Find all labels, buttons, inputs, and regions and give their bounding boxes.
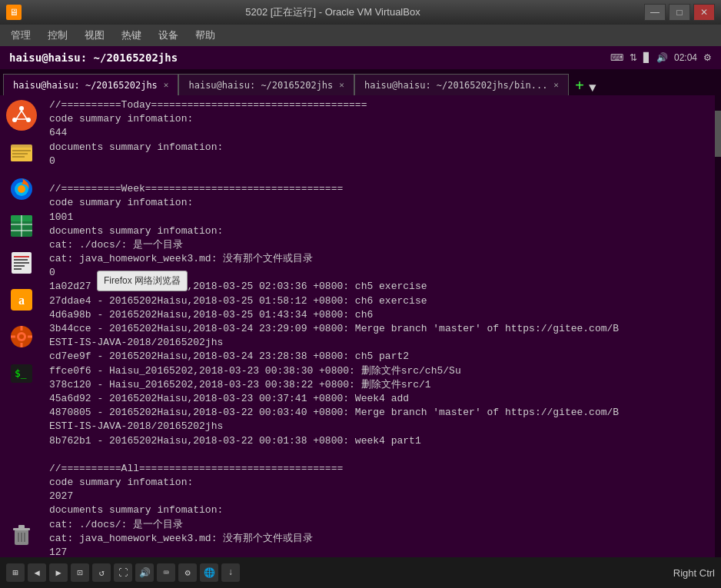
battery-icon: ▊: [643, 52, 650, 63]
status-icon-8: ⌨: [157, 563, 175, 582]
sidebar-icon-firefox[interactable]: [5, 172, 38, 206]
svg-rect-22: [14, 268, 22, 270]
status-icon-11: ↓: [221, 563, 240, 582]
top-status-icons: ⌨ ⇅ ▊ 🔊 02:04 ⚙: [610, 52, 712, 63]
status-icon-3: ▶: [49, 563, 68, 582]
tab-1-close[interactable]: ✕: [164, 80, 169, 90]
menu-manage[interactable]: 管理: [3, 25, 38, 45]
tab-3[interactable]: haisu@haisu: ~/20165202jhs/bin... ✕: [354, 74, 569, 95]
svg-rect-19: [14, 259, 28, 261]
svg-rect-20: [14, 262, 29, 264]
terminal-scrollbar[interactable]: [715, 95, 721, 557]
tab-1-label: haisu@haisu: ~/20165202jhs: [13, 80, 158, 91]
tab-2[interactable]: haisu@haisu: ~/20165202jhs ✕: [178, 74, 354, 95]
window-title: 5202 [正在运行] - Oracle VM VirtualBox: [28, 5, 638, 19]
menu-control[interactable]: 控制: [40, 25, 75, 45]
svg-rect-7: [12, 153, 28, 154]
sidebar-icon-ubuntu[interactable]: [5, 98, 38, 132]
status-icon-4: ⊡: [71, 563, 89, 582]
status-bottom-bar: ⊞ ◀ ▶ ⊡ ↺ ⛶ 🔊 ⌨ ⚙ 🌐 ↓ Right Ctrl: [0, 557, 721, 588]
status-icon-9: ⚙: [178, 563, 197, 582]
tab-3-label: haisu@haisu: ~/20165202jhs/bin...: [364, 80, 547, 91]
status-icon-7: 🔊: [135, 563, 154, 582]
volume-icon: 🔊: [656, 52, 668, 63]
sidebar-icon-amazon[interactable]: a: [5, 283, 38, 317]
bottom-icons: ⊞ ◀ ▶ ⊡ ↺ ⛶ 🔊 ⌨ ⚙ 🌐 ↓: [6, 563, 670, 582]
terminal-output: //==========Today=======================…: [49, 98, 715, 557]
right-ctrl-label: Right Ctrl: [673, 567, 715, 579]
new-tab-button[interactable]: +: [572, 78, 587, 95]
tab-2-label: haisu@haisu: ~/20165202jhs: [188, 80, 333, 91]
tab-bar: haisu@haisu: ~/20165202jhs ✕ haisu@haisu…: [0, 69, 721, 95]
svg-rect-36: [18, 525, 25, 529]
tab-1[interactable]: haisu@haisu: ~/20165202jhs ✕: [3, 74, 178, 95]
firefox-tooltip: Firefox 网络浏览器: [97, 271, 188, 291]
menu-bar: 管理 控制 视图 热键 设备 帮助: [0, 25, 721, 46]
menu-device[interactable]: 设备: [151, 25, 186, 45]
terminal-title: haisu@haisu: ~/20165202jhs: [9, 51, 610, 64]
tab-scroll-button[interactable]: ▼: [587, 81, 598, 95]
terminal-content[interactable]: Firefox 网络浏览器 //==========Today=========…: [43, 95, 721, 557]
sidebar-icon-trash[interactable]: [5, 517, 38, 551]
status-icon-2: ◀: [28, 563, 46, 582]
sidebar-icon-terminal[interactable]: $_: [5, 357, 38, 390]
status-icon-10: 🌐: [200, 563, 218, 582]
scrollbar-thumb[interactable]: [715, 111, 721, 157]
tab-2-close[interactable]: ✕: [339, 80, 344, 90]
title-bar: 🖥 5202 [正在运行] - Oracle VM VirtualBox — □…: [0, 0, 721, 25]
status-icon-5: ↺: [92, 563, 111, 582]
app-icon: 🖥: [6, 5, 22, 20]
network-icon: ⇅: [630, 52, 637, 63]
tab-3-close[interactable]: ✕: [553, 80, 559, 90]
settings-icon: ⚙: [703, 52, 712, 63]
window-controls: — □ ✕: [644, 4, 715, 21]
menu-hotkey[interactable]: 热键: [114, 25, 149, 45]
menu-help[interactable]: 帮助: [188, 25, 223, 45]
sidebar-icon-settings[interactable]: [5, 320, 38, 354]
menu-view[interactable]: 视图: [77, 25, 112, 45]
close-button[interactable]: ✕: [693, 4, 715, 21]
clock: 02:04: [674, 52, 697, 63]
sidebar-icon-files[interactable]: [5, 135, 38, 169]
maximize-button[interactable]: □: [669, 4, 690, 21]
ubuntu-logo: [6, 100, 37, 131]
status-icon-6: ⛶: [114, 563, 132, 582]
svg-point-11: [18, 185, 25, 193]
svg-point-27: [19, 334, 24, 339]
svg-text:a: a: [18, 294, 25, 307]
sidebar-icon-spreadsheet[interactable]: [5, 209, 38, 243]
svg-rect-18: [14, 256, 29, 257]
svg-rect-21: [14, 265, 25, 267]
svg-rect-8: [12, 156, 25, 158]
minimize-button[interactable]: —: [644, 4, 666, 21]
status-icon-1: ⊞: [6, 563, 25, 582]
svg-text:$_: $_: [15, 367, 27, 379]
sidebar-icon-texteditor[interactable]: [5, 246, 38, 280]
keyboard-icon: ⌨: [610, 52, 623, 63]
status-top-bar: haisu@haisu: ~/20165202jhs ⌨ ⇅ ▊ 🔊 02:04…: [0, 46, 721, 69]
sidebar: a $_: [0, 95, 43, 557]
svg-rect-6: [12, 150, 31, 151]
main-area: a $_: [0, 95, 721, 557]
